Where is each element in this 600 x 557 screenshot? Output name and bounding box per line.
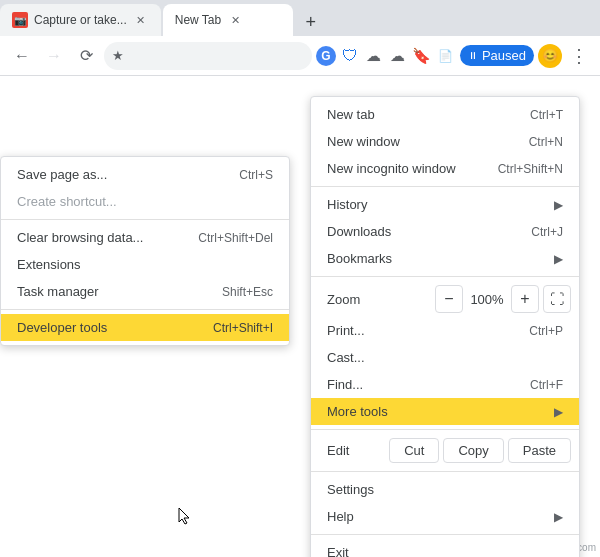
menu-downloads[interactable]: Downloads Ctrl+J (311, 218, 579, 245)
save-page-shortcut: Ctrl+S (239, 168, 273, 182)
zoom-row: Zoom − 100% + ⛶ (311, 281, 579, 317)
clear-browsing-shortcut: Ctrl+Shift+Del (198, 231, 273, 245)
bookmarks-arrow: ▶ (554, 252, 563, 266)
tab-1-title: Capture or take... (34, 13, 127, 27)
forward-button[interactable]: → (40, 42, 68, 70)
new-window-shortcut: Ctrl+N (529, 135, 563, 149)
menu-help[interactable]: Help ▶ (311, 503, 579, 530)
help-label: Help (327, 509, 354, 524)
downloads-label: Downloads (327, 224, 391, 239)
exit-label: Exit (327, 545, 349, 557)
menu-settings[interactable]: Settings (311, 476, 579, 503)
menu-new-window[interactable]: New window Ctrl+N (311, 128, 579, 155)
create-shortcut-label: Create shortcut... (17, 194, 117, 209)
menu-create-shortcut[interactable]: Create shortcut... (1, 188, 289, 215)
zoom-increase-button[interactable]: + (511, 285, 539, 313)
developer-tools-label: Developer tools (17, 320, 107, 335)
pdf-extension-icon[interactable]: 📄 (436, 46, 456, 66)
bookmark-extension-icon[interactable]: 🔖 (412, 46, 432, 66)
print-label: Print... (327, 323, 365, 338)
downloads-shortcut: Ctrl+J (531, 225, 563, 239)
find-label: Find... (327, 377, 363, 392)
zoom-value: 100% (467, 292, 507, 307)
menu-print[interactable]: Print... Ctrl+P (311, 317, 579, 344)
clear-browsing-label: Clear browsing data... (17, 230, 143, 245)
tab-bar: 📷 Capture or take... ✕ New Tab ✕ + (0, 0, 600, 36)
g-extension-icon[interactable]: G (316, 46, 336, 66)
new-tab-shortcut: Ctrl+T (530, 108, 563, 122)
content-area: Save page as... Ctrl+S Create shortcut..… (0, 76, 600, 557)
menu-more-tools[interactable]: More tools ▶ (311, 398, 579, 425)
context-menu-left: Save page as... Ctrl+S Create shortcut..… (0, 156, 290, 346)
incognito-shortcut: Ctrl+Shift+N (498, 162, 563, 176)
menu-bookmarks[interactable]: Bookmarks ▶ (311, 245, 579, 272)
menu-incognito[interactable]: New incognito window Ctrl+Shift+N (311, 155, 579, 182)
edit-row: Edit Cut Copy Paste (311, 434, 579, 467)
bookmarks-label: Bookmarks (327, 251, 392, 266)
address-input-container[interactable]: ★ (104, 42, 312, 70)
cast-label: Cast... (327, 350, 365, 365)
chrome-menu-button[interactable]: ⋮ (566, 45, 592, 67)
right-sep-5 (311, 534, 579, 535)
menu-save-page[interactable]: Save page as... Ctrl+S (1, 161, 289, 188)
toolbar-icons: G 🛡 ☁ ☁ 🔖 📄 ⏸ Paused 😊 ⋮ (316, 44, 592, 68)
reload-button[interactable]: ⟳ (72, 42, 100, 70)
copy-button[interactable]: Copy (443, 438, 503, 463)
paused-label: Paused (482, 48, 526, 63)
find-shortcut: Ctrl+F (530, 378, 563, 392)
new-tab-button[interactable]: + (297, 8, 325, 36)
help-arrow: ▶ (554, 510, 563, 524)
menu-task-manager[interactable]: Task manager Shift+Esc (1, 278, 289, 305)
left-sep-1 (1, 219, 289, 220)
fullscreen-button[interactable]: ⛶ (543, 285, 571, 313)
new-tab-label: New tab (327, 107, 375, 122)
menu-clear-browsing[interactable]: Clear browsing data... Ctrl+Shift+Del (1, 224, 289, 251)
more-tools-arrow: ▶ (554, 405, 563, 419)
browser-frame: 📷 Capture or take... ✕ New Tab ✕ + ← → ⟳… (0, 0, 600, 557)
zoom-control: − 100% + ⛶ (435, 285, 571, 313)
cloud2-extension-icon[interactable]: ☁ (388, 46, 408, 66)
edit-label: Edit (319, 443, 385, 458)
right-sep-3 (311, 429, 579, 430)
more-tools-label: More tools (327, 404, 388, 419)
incognito-label: New incognito window (327, 161, 456, 176)
extensions-label: Extensions (17, 257, 81, 272)
task-manager-label: Task manager (17, 284, 99, 299)
zoom-label: Zoom (319, 292, 435, 307)
tab-1[interactable]: 📷 Capture or take... ✕ (0, 4, 161, 36)
tab-2-close[interactable]: ✕ (227, 12, 243, 28)
menu-new-tab[interactable]: New tab Ctrl+T (311, 101, 579, 128)
cut-button[interactable]: Cut (389, 438, 439, 463)
settings-label: Settings (327, 482, 374, 497)
tab-1-close[interactable]: ✕ (133, 12, 149, 28)
paused-button[interactable]: ⏸ Paused (460, 45, 534, 66)
menu-developer-tools[interactable]: Developer tools Ctrl+Shift+I (1, 314, 289, 341)
profile-avatar[interactable]: 😊 (538, 44, 562, 68)
save-page-label: Save page as... (17, 167, 107, 182)
paste-button[interactable]: Paste (508, 438, 571, 463)
cloud-extension-icon[interactable]: ☁ (364, 46, 384, 66)
task-manager-shortcut: Shift+Esc (222, 285, 273, 299)
history-arrow: ▶ (554, 198, 563, 212)
menu-extensions[interactable]: Extensions (1, 251, 289, 278)
new-window-label: New window (327, 134, 400, 149)
zoom-decrease-button[interactable]: − (435, 285, 463, 313)
mouse-cursor (175, 506, 195, 526)
menu-find[interactable]: Find... Ctrl+F (311, 371, 579, 398)
history-label: History (327, 197, 367, 212)
right-sep-4 (311, 471, 579, 472)
address-bar: ← → ⟳ ★ G 🛡 ☁ ☁ 🔖 📄 ⏸ Paused 😊 (0, 36, 600, 76)
right-sep-1 (311, 186, 579, 187)
right-sep-2 (311, 276, 579, 277)
back-button[interactable]: ← (8, 42, 36, 70)
left-sep-2 (1, 309, 289, 310)
tab-2[interactable]: New Tab ✕ (163, 4, 293, 36)
developer-tools-shortcut: Ctrl+Shift+I (213, 321, 273, 335)
menu-cast[interactable]: Cast... (311, 344, 579, 371)
tab-2-title: New Tab (175, 13, 221, 27)
menu-exit[interactable]: Exit (311, 539, 579, 557)
print-shortcut: Ctrl+P (529, 324, 563, 338)
tab-1-favicon: 📷 (12, 12, 28, 28)
menu-history[interactable]: History ▶ (311, 191, 579, 218)
shield-extension-icon[interactable]: 🛡 (340, 46, 360, 66)
